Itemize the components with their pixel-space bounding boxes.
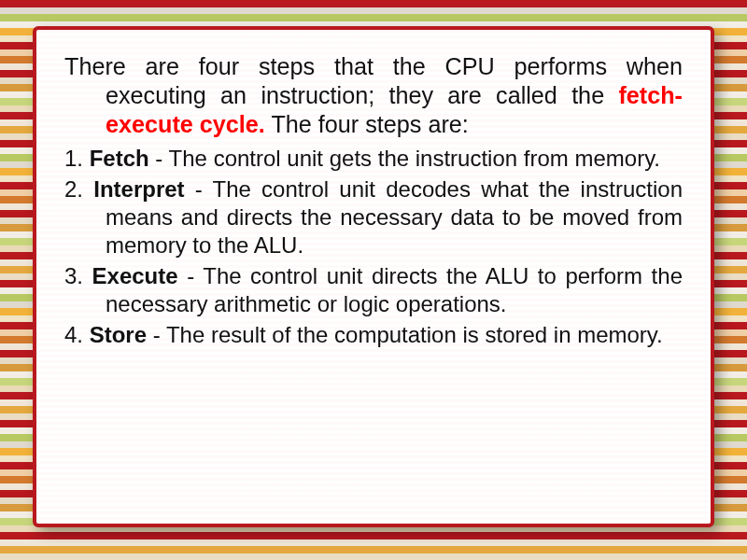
list-item: 1. Fetch - The control unit gets the ins… (64, 145, 683, 173)
item-sep: - (185, 176, 213, 202)
item-number: 1. (64, 146, 83, 171)
bg-stripe (0, 14, 747, 21)
list-item: 3. Execute - The control unit directs th… (64, 262, 683, 317)
item-term: Fetch (90, 146, 149, 171)
intro-lead: There are four steps that the CPU perfor… (64, 53, 683, 108)
item-sep: - (147, 322, 166, 347)
content-card: There are four steps that the CPU perfor… (33, 26, 714, 527)
item-term: Interpret (93, 176, 184, 202)
bg-stripe (0, 7, 747, 15)
item-number: 3. (64, 263, 83, 288)
bg-stripe (0, 539, 747, 547)
item-number: 2. (64, 176, 83, 202)
item-number: 4. (64, 322, 83, 347)
intro-paragraph: There are four steps that the CPU perfor… (64, 52, 683, 139)
list-item: 4. Store - The result of the computation… (64, 321, 683, 349)
item-desc: The result of the computation is stored … (166, 322, 663, 347)
item-sep: - (149, 146, 169, 171)
bg-stripe (0, 0, 747, 7)
item-term: Store (90, 322, 147, 347)
list-item: 2. Interpret - The control unit decodes … (64, 175, 683, 259)
content-wrapper: There are four steps that the CPU perfor… (64, 52, 683, 349)
bg-stripe (0, 532, 747, 539)
item-term: Execute (92, 263, 178, 288)
bg-stripe (0, 553, 747, 561)
intro-tail: The four steps are: (265, 111, 469, 137)
item-desc: The control unit gets the instruction fr… (169, 146, 660, 171)
bg-stripe (0, 546, 747, 553)
item-sep: - (178, 263, 204, 288)
